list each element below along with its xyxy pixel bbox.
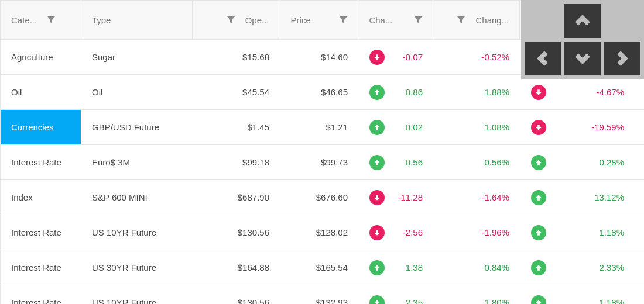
- open-value: $130.56: [238, 298, 269, 304]
- change-value: -11.28: [398, 192, 423, 202]
- change-value: 0.86: [406, 87, 423, 97]
- price-value: $128.02: [316, 227, 348, 237]
- cell-open: $687.90: [193, 180, 280, 215]
- type-value: US 30YR Future: [92, 262, 156, 272]
- filter-icon[interactable]: [340, 16, 347, 24]
- table-row[interactable]: Interest RateEuro$ 3M$99.18$99.730.560.5…: [1, 145, 644, 180]
- val-value: 1.18%: [599, 298, 624, 304]
- table-row[interactable]: OilOil$45.54$46.650.861.88%-4.67%: [1, 75, 644, 110]
- header-changepct[interactable]: Chang...: [433, 1, 520, 39]
- arrow-up-icon: [369, 120, 385, 135]
- change-value: 2.35: [406, 298, 423, 304]
- cell-type: US 30YR Future: [81, 250, 193, 285]
- cell-price: $99.73: [280, 145, 359, 179]
- arrow-down-icon: [531, 85, 546, 100]
- header-category-label: Cate...: [11, 15, 37, 25]
- filter-icon[interactable]: [415, 16, 422, 24]
- filter-icon[interactable]: [457, 16, 465, 24]
- cell-category[interactable]: Interest Rate: [1, 250, 81, 285]
- cell-category[interactable]: Currencies: [1, 110, 81, 144]
- cell-changepct: 1.88%: [434, 75, 520, 109]
- category-value: Index: [11, 192, 33, 202]
- cell-category[interactable]: Interest Rate: [1, 285, 81, 304]
- cell-price: $165.54: [280, 250, 359, 285]
- type-value: Euro$ 3M: [92, 157, 130, 167]
- changepct-value: 1.08%: [484, 122, 509, 132]
- category-value: Agriculture: [11, 52, 53, 62]
- dpad-spacer: [525, 4, 561, 38]
- cell-type: US 10YR Future: [81, 215, 193, 250]
- header-open[interactable]: Ope...: [193, 1, 280, 39]
- price-value: $132.93: [316, 298, 348, 304]
- arrow-up-icon: [369, 155, 385, 170]
- arrow-up-icon: [531, 225, 546, 240]
- cell-price: $14.60: [280, 40, 359, 74]
- cell-category[interactable]: Index: [1, 180, 81, 215]
- cell-category[interactable]: Interest Rate: [1, 215, 81, 250]
- cell-val: -19.59%: [520, 110, 635, 144]
- open-value: $1.45: [247, 122, 269, 132]
- table-row[interactable]: CurrenciesGBP/USD Future$1.45$1.210.021.…: [1, 110, 644, 145]
- header-change[interactable]: Cha...: [358, 1, 433, 39]
- val-value: -4.67%: [596, 87, 624, 97]
- val-value: 13.12%: [594, 192, 624, 202]
- cell-category[interactable]: Agriculture: [1, 40, 81, 74]
- filter-icon[interactable]: [47, 16, 55, 24]
- open-value: $130.56: [238, 227, 269, 237]
- header-type-label: Type: [92, 15, 111, 25]
- header-open-label: Ope...: [245, 15, 269, 25]
- cell-val: 0.28%: [520, 145, 635, 179]
- table-row[interactable]: Interest RateUS 10YR Future$130.56$132.9…: [1, 285, 644, 304]
- filter-icon[interactable]: [227, 16, 235, 24]
- type-value: US 10YR Future: [92, 298, 156, 304]
- arrow-up-icon: [369, 260, 385, 275]
- cell-category[interactable]: Oil: [1, 75, 81, 109]
- changepct-value: 1.80%: [484, 298, 509, 304]
- arrow-down-icon: [369, 225, 385, 240]
- type-value: Sugar: [92, 52, 115, 62]
- header-changepct-label: Chang...: [475, 15, 509, 25]
- dpad-right-button[interactable]: [604, 42, 640, 76]
- dpad-left-button[interactable]: [525, 42, 561, 76]
- cell-type: Oil: [81, 75, 193, 109]
- open-value: $15.68: [242, 52, 269, 62]
- type-value: US 10YR Future: [92, 227, 156, 237]
- header-category[interactable]: Cate...: [1, 1, 81, 39]
- cell-val: 1.18%: [520, 215, 635, 250]
- table-row[interactable]: Interest RateUS 10YR Future$130.56$128.0…: [1, 215, 644, 250]
- price-value: $46.65: [321, 87, 348, 97]
- price-value: $14.60: [321, 52, 348, 62]
- cell-open: $130.56: [193, 285, 280, 304]
- cell-changepct: -1.64%: [434, 180, 520, 215]
- open-value: $687.90: [238, 192, 269, 202]
- cell-change: 0.86: [359, 75, 434, 109]
- cell-change: 2.35: [359, 285, 434, 304]
- dpad-overlay: [521, 0, 644, 79]
- header-change-label: Cha...: [369, 15, 392, 25]
- cell-changepct: 1.08%: [434, 110, 520, 144]
- cell-category[interactable]: Interest Rate: [1, 145, 81, 179]
- cell-type: Sugar: [81, 40, 193, 74]
- cell-change: 0.56: [359, 145, 434, 179]
- table-row[interactable]: Interest RateUS 30YR Future$164.88$165.5…: [1, 250, 644, 285]
- open-value: $45.54: [242, 87, 269, 97]
- dpad-up-button[interactable]: [564, 4, 601, 38]
- price-value: $165.54: [316, 262, 348, 272]
- cell-change: 1.38: [359, 250, 434, 285]
- rows-container: AgricultureSugar$15.68$14.60-0.07-0.52%O…: [1, 40, 644, 304]
- cell-type: GBP/USD Future: [81, 110, 193, 144]
- dpad-down-button[interactable]: [564, 42, 601, 76]
- cell-changepct: -0.52%: [434, 40, 520, 74]
- category-value: Currencies: [11, 122, 54, 132]
- price-value: $99.73: [321, 157, 348, 167]
- header-type[interactable]: Type: [81, 1, 193, 39]
- cell-open: $99.18: [193, 145, 280, 179]
- header-price-label: Price: [291, 15, 311, 25]
- cell-price: $132.93: [280, 285, 359, 304]
- cell-type: S&P 600 MINI: [81, 180, 193, 215]
- header-price[interactable]: Price: [280, 1, 359, 39]
- dpad-spacer: [604, 4, 640, 38]
- changepct-value: 0.84%: [484, 262, 509, 272]
- table-row[interactable]: IndexS&P 600 MINI$687.90$676.60-11.28-1.…: [1, 180, 644, 215]
- change-value: 0.02: [406, 122, 423, 132]
